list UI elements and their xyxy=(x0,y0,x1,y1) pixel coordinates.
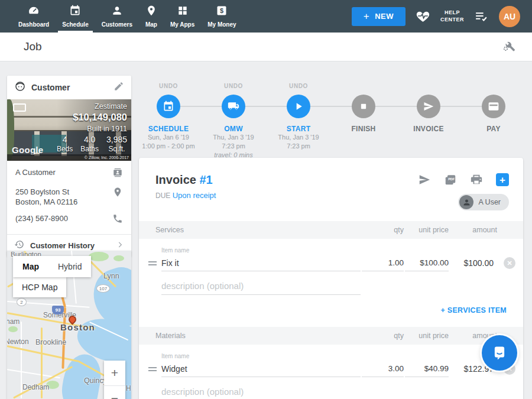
drag-handle-icon[interactable] xyxy=(148,261,157,265)
zoom-in-button[interactable]: + xyxy=(104,361,125,385)
undo-button[interactable]: UNDO xyxy=(159,83,178,90)
nav-dashboard[interactable]: Dashboard xyxy=(12,0,56,33)
item-qty-input[interactable] xyxy=(362,361,404,377)
customer-address-row: 250 Boylston St Boston, MA 02116 xyxy=(15,187,123,207)
send-invoice-icon[interactable] xyxy=(418,173,431,186)
map-label: Newton xyxy=(7,338,29,346)
customer-name: A Customer xyxy=(15,167,56,177)
calendar-icon xyxy=(69,5,81,19)
service-line-item: Item name $100.00 ✕ xyxy=(139,239,523,295)
edit-pencil-icon[interactable] xyxy=(113,81,124,94)
new-button[interactable]: + NEW xyxy=(352,7,406,26)
photo-copyright-strip: © Zillow, Inc. 2006-2017 xyxy=(7,154,131,161)
route-shield-107: 107 xyxy=(96,284,110,293)
unit-price-column-header: unit price xyxy=(405,332,449,340)
print-icon[interactable] xyxy=(470,173,483,186)
pdf-icon[interactable]: PDF xyxy=(444,173,457,186)
invoice-header: Invoice #1 DUE Upon receipt PDF + xyxy=(139,158,523,221)
apps-grid-icon xyxy=(177,5,189,19)
map-label: Lynn xyxy=(103,272,119,280)
item-name-input[interactable] xyxy=(161,255,361,271)
add-services-item-link[interactable]: + SERVICES ITEM xyxy=(440,306,507,314)
item-description-input[interactable] xyxy=(161,383,361,399)
qty-column-header: qty xyxy=(362,226,404,234)
map-zoom-control: + − xyxy=(104,361,125,399)
customer-card: Customer Zestimate $10,149,080 Built in … xyxy=(7,76,131,257)
step-date: Thu, Jan 3 '19 xyxy=(278,133,319,142)
item-qty-input[interactable] xyxy=(362,255,404,271)
person-icon xyxy=(111,5,123,19)
item-name-input[interactable] xyxy=(161,361,361,377)
phone-icon[interactable] xyxy=(112,213,123,226)
assigned-user-chip[interactable]: A User xyxy=(458,194,509,210)
item-unit-price-input[interactable] xyxy=(405,255,449,271)
route-shield-2: 2 xyxy=(17,298,27,306)
nav-my-money[interactable]: $ My Money xyxy=(201,0,242,33)
chat-bubble-button[interactable] xyxy=(482,335,517,371)
help-center-link[interactable]: HELP CENTER xyxy=(440,9,464,23)
built-year: Built in 1911 xyxy=(57,125,127,133)
stat-label: Sq.ft. xyxy=(106,145,127,153)
customer-details: A Customer 250 Boylston St Boston, MA 02… xyxy=(7,161,131,234)
due-label: DUE xyxy=(155,192,170,200)
property-stats: 4 Beds 4.0 Baths 3,985 Sq.ft. xyxy=(57,135,127,153)
user-avatar[interactable]: AU xyxy=(499,6,520,27)
finish-step-button[interactable] xyxy=(352,95,375,118)
stat-value: 4.0 xyxy=(80,135,99,144)
delete-item-icon[interactable]: ✕ xyxy=(504,257,515,269)
map-park xyxy=(113,255,124,261)
map-widget[interactable]: Burlington Lynn Somerville Boston ham Ne… xyxy=(7,251,131,399)
add-invoice-button[interactable]: + xyxy=(496,173,509,186)
timeline-steps: UNDO SCHEDULE Sun, Jan 6 '19 1:00 pm - 2… xyxy=(139,83,523,160)
start-step-button[interactable] xyxy=(287,95,310,118)
nav-label: My Money xyxy=(207,21,236,28)
item-name-label: Item name xyxy=(161,247,361,254)
history-clock-icon xyxy=(14,239,24,252)
map-type-hybrid-button[interactable]: Hybrid xyxy=(48,256,91,277)
svg-text:PDF: PDF xyxy=(448,177,455,181)
step-date: Thu, Jan 3 '19 xyxy=(213,133,254,142)
stat-baths: 4.0 Baths xyxy=(80,135,99,153)
drag-handle-icon[interactable] xyxy=(148,367,157,371)
hcp-map-button[interactable]: HCP Map xyxy=(13,277,66,297)
step-label: SCHEDULE xyxy=(148,125,189,133)
due-terms-link[interactable]: Upon receipt xyxy=(173,191,216,200)
zoom-out-button[interactable]: − xyxy=(104,386,125,399)
invoice-actions: PDF + xyxy=(418,173,509,186)
invoice-step-button[interactable] xyxy=(417,95,440,118)
invoice-due-row: DUE Upon receipt xyxy=(155,191,216,200)
health-heart-icon[interactable] xyxy=(416,9,430,24)
job-settings-icon[interactable] xyxy=(502,39,515,54)
pay-step-button[interactable] xyxy=(482,95,505,118)
nav-map[interactable]: Map xyxy=(139,0,164,33)
checklist-icon[interactable] xyxy=(474,9,489,24)
streetview-frame-icon xyxy=(13,103,26,112)
unit-price-column-header: unit price xyxy=(405,226,449,234)
schedule-step-button[interactable] xyxy=(157,95,180,118)
property-photo[interactable]: Zestimate $10,149,080 Built in 1911 4 Be… xyxy=(7,99,131,161)
item-description-input[interactable] xyxy=(161,277,361,295)
amount-column-header: amount xyxy=(450,226,497,234)
nav-my-apps[interactable]: My Apps xyxy=(164,0,201,33)
nav-customers[interactable]: Customers xyxy=(95,0,139,33)
nav-label: Dashboard xyxy=(18,21,49,28)
speedometer-icon xyxy=(28,5,40,19)
location-pin-icon[interactable] xyxy=(112,187,123,200)
step-label: INVOICE xyxy=(413,125,443,133)
truck-icon xyxy=(228,100,239,112)
contact-card-icon[interactable] xyxy=(112,167,123,180)
timeline-step-pay: PAY xyxy=(464,83,523,160)
omw-step-button[interactable] xyxy=(222,95,245,118)
map-park xyxy=(8,326,18,332)
stat-sqft: 3,985 Sq.ft. xyxy=(106,135,127,153)
nav-label: Schedule xyxy=(62,21,88,28)
undo-button[interactable]: UNDO xyxy=(289,83,308,90)
nav-schedule[interactable]: Schedule xyxy=(56,0,95,33)
undo-button[interactable]: UNDO xyxy=(224,83,243,90)
item-unit-price-input[interactable] xyxy=(405,361,449,377)
stat-label: Baths xyxy=(80,145,99,153)
map-type-map-button[interactable]: Map xyxy=(13,256,48,277)
map-label: Brookline xyxy=(35,338,66,346)
page-header: Job xyxy=(0,33,532,61)
customer-card-header: Customer xyxy=(7,76,131,99)
